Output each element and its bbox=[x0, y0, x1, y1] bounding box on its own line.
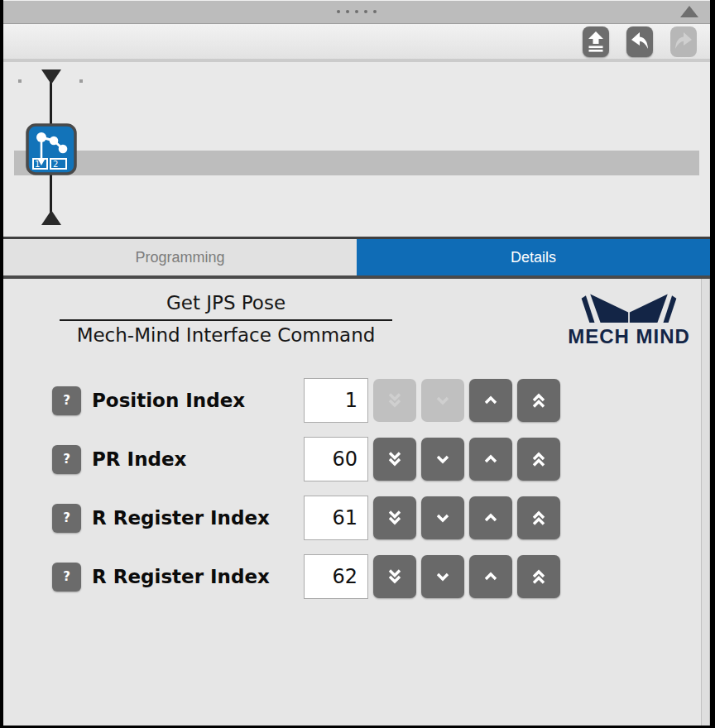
increase-button[interactable] bbox=[469, 555, 512, 598]
fast-increase-button[interactable] bbox=[517, 555, 560, 598]
param-row-pr-index: ? PR Index bbox=[52, 437, 710, 481]
program-canvas: 1 2 bbox=[3, 62, 710, 237]
increase-button[interactable] bbox=[469, 496, 512, 539]
chevron-up-icon bbox=[477, 563, 504, 590]
fast-decrease-button[interactable] bbox=[373, 496, 416, 539]
chevron-up-icon bbox=[477, 505, 504, 531]
command-title-block: Get JPS Pose Mech-Mind Interface Command bbox=[60, 292, 392, 348]
tab-details[interactable]: Details bbox=[357, 239, 710, 275]
fast-increase-button[interactable] bbox=[517, 496, 560, 539]
help-button[interactable]: ? bbox=[52, 563, 81, 592]
double-chevron-up-icon bbox=[525, 387, 552, 414]
drag-handle-icon[interactable] bbox=[337, 10, 377, 13]
param-label: PR Index bbox=[92, 448, 304, 470]
drag-dot bbox=[337, 10, 340, 13]
double-chevron-down-icon bbox=[381, 446, 408, 472]
drag-dot bbox=[355, 10, 358, 13]
collapse-up-icon[interactable] bbox=[680, 6, 698, 17]
mech-mind-logo-icon bbox=[567, 292, 691, 327]
undo-button[interactable] bbox=[626, 26, 653, 57]
decrease-button[interactable] bbox=[421, 438, 464, 481]
toolbar bbox=[3, 24, 710, 62]
command-title: Get JPS Pose bbox=[60, 292, 392, 321]
double-chevron-up-icon bbox=[525, 563, 552, 590]
drag-dot bbox=[346, 10, 349, 13]
selected-row-highlight bbox=[14, 151, 699, 175]
mech-mind-logo: MECH MIND bbox=[563, 292, 695, 348]
node-slot-2-label: 2 bbox=[53, 160, 58, 169]
param-row-position-index: ? Position Index bbox=[52, 378, 710, 423]
param-row-r-register-index-1: ? R Register Index bbox=[52, 496, 710, 540]
param-value-input[interactable] bbox=[304, 437, 368, 481]
param-label: Position Index bbox=[92, 390, 304, 411]
param-value-input[interactable] bbox=[304, 554, 368, 599]
fast-decrease-button[interactable] bbox=[373, 555, 416, 598]
help-button[interactable]: ? bbox=[52, 386, 81, 415]
increase-button[interactable] bbox=[469, 379, 512, 422]
export-button[interactable] bbox=[583, 26, 609, 57]
chevron-up-icon bbox=[477, 387, 504, 414]
redo-button[interactable] bbox=[670, 26, 697, 57]
node-slot-1-label: 1 bbox=[35, 160, 40, 169]
drag-dot bbox=[373, 10, 377, 13]
decrease-button[interactable] bbox=[421, 379, 464, 422]
chevron-down-icon bbox=[429, 387, 456, 414]
decrease-button[interactable] bbox=[421, 496, 464, 539]
param-label: R Register Index bbox=[92, 566, 304, 587]
tab-bar: Programming Details bbox=[3, 237, 710, 279]
double-chevron-up-icon bbox=[525, 505, 552, 531]
redo-icon bbox=[672, 30, 695, 53]
timeline-end-icon bbox=[41, 210, 61, 225]
param-value-input[interactable] bbox=[304, 496, 368, 540]
sequence-node[interactable]: 1 2 bbox=[26, 123, 77, 175]
scrollbar-track[interactable] bbox=[701, 279, 710, 726]
double-chevron-down-icon bbox=[381, 387, 408, 414]
mech-mind-logo-text: MECH MIND bbox=[563, 325, 695, 348]
fast-increase-button[interactable] bbox=[517, 379, 560, 422]
increase-button[interactable] bbox=[469, 438, 512, 481]
chevron-down-icon bbox=[429, 505, 456, 531]
export-icon bbox=[586, 30, 606, 53]
help-button[interactable]: ? bbox=[52, 445, 81, 474]
details-header: Get JPS Pose Mech-Mind Interface Command… bbox=[3, 279, 710, 348]
fast-decrease-button[interactable] bbox=[373, 438, 416, 481]
param-label: R Register Index bbox=[92, 507, 304, 529]
chevron-up-icon bbox=[477, 446, 504, 472]
details-panel: Get JPS Pose Mech-Mind Interface Command… bbox=[3, 279, 710, 726]
chevron-down-icon bbox=[429, 563, 456, 590]
double-chevron-down-icon bbox=[381, 563, 408, 590]
undo-icon bbox=[628, 30, 651, 53]
fast-increase-button[interactable] bbox=[517, 438, 560, 481]
help-button[interactable]: ? bbox=[52, 504, 81, 533]
double-chevron-down-icon bbox=[381, 505, 408, 531]
drag-dot bbox=[364, 10, 367, 13]
param-value-input[interactable] bbox=[304, 378, 368, 423]
timeline-start-icon bbox=[41, 69, 61, 84]
drag-bar[interactable] bbox=[3, 0, 710, 24]
chevron-down-icon bbox=[429, 446, 456, 472]
decrease-button[interactable] bbox=[421, 555, 464, 598]
fast-decrease-button[interactable] bbox=[373, 379, 416, 422]
parameter-rows: ? Position Index bbox=[3, 378, 710, 599]
param-row-r-register-index-2: ? R Register Index bbox=[52, 554, 710, 599]
command-subtitle: Mech-Mind Interface Command bbox=[60, 321, 392, 346]
double-chevron-up-icon bbox=[525, 446, 552, 472]
tab-programming[interactable]: Programming bbox=[3, 239, 357, 275]
panel-window: 1 2 Programming Details Get JPS Pose Mec… bbox=[3, 0, 710, 726]
grid-dot bbox=[79, 79, 83, 83]
grid-dot bbox=[18, 79, 22, 83]
